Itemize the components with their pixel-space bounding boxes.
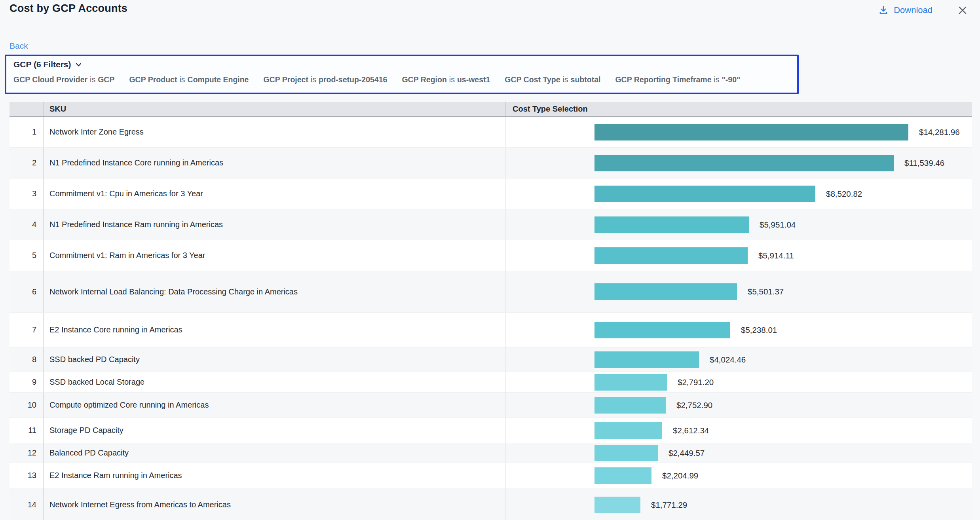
cost-bar[interactable] — [594, 497, 640, 513]
column-header-cost-type: Cost Type Selection — [506, 102, 972, 116]
cost-amount: $11,539.46 — [904, 158, 944, 168]
filter-value: prod-setup-205416 — [319, 75, 387, 84]
table-row[interactable]: 3 Commitment v1: Cpu in Americas for 3 Y… — [9, 178, 972, 209]
table-row[interactable]: 10 Compute optimized Core running in Ame… — [9, 393, 972, 418]
filter-operator: is — [90, 75, 95, 84]
cost-amount: $5,238.01 — [741, 325, 777, 335]
filter-summary-dropdown[interactable]: GCP (6 Filters) — [13, 60, 82, 69]
table-header: SKU Cost Type Selection — [9, 102, 972, 117]
filter-operator: is — [449, 75, 455, 84]
cost-bar[interactable] — [594, 351, 699, 368]
filter-field: GCP Project — [263, 75, 308, 84]
filter-item[interactable]: GCP Project is prod-setup-205416 — [263, 75, 387, 84]
bar-cell: $5,951.04 — [506, 209, 972, 240]
filter-item[interactable]: GCP Cloud Provider is GCP — [13, 75, 114, 84]
cost-bar[interactable] — [594, 374, 667, 391]
sku-cell: SSD backed Local Storage — [44, 372, 506, 392]
filter-operator: is — [311, 75, 316, 84]
filter-field: GCP Product — [129, 75, 177, 84]
table-row[interactable]: 4 N1 Predefined Instance Ram running in … — [9, 209, 972, 240]
bar-cell: $5,501.37 — [506, 271, 972, 312]
filter-item[interactable]: GCP Cost Type is subtotal — [505, 75, 600, 84]
filter-list: GCP Cloud Provider is GCP GCP Product is… — [13, 75, 797, 84]
filter-item[interactable]: GCP Product is Compute Engine — [129, 75, 249, 84]
row-number: 12 — [9, 443, 44, 463]
cost-bar[interactable] — [594, 155, 894, 171]
sku-cell: N1 Predefined Instance Ram running in Am… — [44, 209, 506, 240]
bar-cell: $14,281.96 — [506, 117, 972, 147]
close-button[interactable] — [957, 5, 968, 16]
filter-operator: is — [562, 75, 568, 84]
cost-bar[interactable] — [594, 467, 651, 484]
sku-cell: Network Inter Zone Egress — [44, 117, 506, 147]
table-row[interactable]: 9 SSD backed Local Storage $2,791.20 — [9, 372, 972, 393]
cost-bar[interactable] — [594, 124, 908, 140]
column-header-sku: SKU — [44, 102, 506, 116]
cost-bar[interactable] — [594, 397, 666, 414]
filter-field: GCP Region — [402, 75, 446, 84]
top-actions: Download — [878, 5, 968, 16]
download-button[interactable]: Download — [878, 5, 933, 15]
bar-cell: $5,238.01 — [506, 313, 972, 347]
cost-bar[interactable] — [594, 216, 749, 233]
filter-item[interactable]: GCP Reporting Timeframe is "-90" — [615, 75, 740, 84]
table-row[interactable]: 13 E2 Instance Ram running in Americas $… — [9, 463, 972, 488]
filter-value: GCP — [98, 75, 114, 84]
page-title: Cost by GCP Accounts — [9, 2, 127, 15]
cost-bar[interactable] — [594, 445, 658, 461]
filter-field: GCP Cloud Provider — [13, 75, 87, 84]
cost-amount: $14,281.96 — [919, 127, 960, 137]
cost-bar[interactable] — [594, 186, 815, 202]
table-row[interactable]: 8 SSD backed PD Capacity $4,024.46 — [9, 347, 972, 372]
cost-amount: $2,791.20 — [678, 378, 714, 387]
filter-operator: is — [714, 75, 720, 84]
table-row[interactable]: 2 N1 Predefined Instance Core running in… — [9, 148, 972, 178]
sku-cell: Commitment v1: Cpu in Americas for 3 Yea… — [44, 178, 506, 209]
bar-cell: $2,449.57 — [506, 443, 972, 463]
table-row[interactable]: 7 E2 Instance Core running in Americas $… — [9, 313, 972, 347]
sku-cell: Compute optimized Core running in Americ… — [44, 393, 506, 418]
row-number: 11 — [9, 418, 44, 443]
sku-cell: Network Internet Egress from Americas to… — [44, 488, 506, 520]
back-link[interactable]: Back — [9, 41, 28, 51]
bar-cell: $5,914.11 — [506, 240, 972, 271]
cost-amount: $2,752.90 — [676, 400, 712, 410]
filter-value: Compute Engine — [188, 75, 249, 84]
cost-bar[interactable] — [594, 247, 748, 264]
cost-bar[interactable] — [594, 322, 730, 338]
cost-bar[interactable] — [594, 283, 737, 300]
row-number: 14 — [9, 488, 44, 520]
cost-report-modal: { "header": { "title": "Cost by GCP Acco… — [0, 0, 980, 520]
table-row[interactable]: 12 Balanced PD Capacity $2,449.57 — [9, 443, 972, 463]
row-number: 4 — [9, 209, 44, 240]
filter-operator: is — [179, 75, 185, 84]
filter-value: us-west1 — [457, 75, 490, 84]
table-row[interactable]: 5 Commitment v1: Ram in Americas for 3 Y… — [9, 240, 972, 271]
table-row[interactable]: 6 Network Internal Load Balancing: Data … — [9, 271, 972, 313]
bar-cell: $2,791.20 — [506, 372, 972, 392]
bar-cell: $2,612.34 — [506, 418, 972, 443]
filter-item[interactable]: GCP Region is us-west1 — [402, 75, 490, 84]
cost-amount: $5,914.11 — [758, 251, 794, 260]
row-number: 9 — [9, 372, 44, 392]
table-row[interactable]: 1 Network Inter Zone Egress $14,281.96 — [9, 117, 972, 148]
table-row[interactable]: 14 Network Internet Egress from Americas… — [9, 488, 972, 520]
row-number: 7 — [9, 313, 44, 347]
chevron-down-icon — [75, 61, 82, 68]
cost-amount: $2,204.99 — [662, 471, 698, 480]
row-number: 8 — [9, 347, 44, 372]
sku-cell: E2 Instance Ram running in Americas — [44, 463, 506, 488]
row-number: 5 — [9, 240, 44, 271]
table-body: 1 Network Inter Zone Egress $14,281.96 2… — [9, 117, 972, 520]
cost-bar[interactable] — [594, 422, 662, 439]
bar-cell: $4,024.46 — [506, 347, 972, 372]
cost-table: SKU Cost Type Selection 1 Network Inter … — [9, 102, 972, 520]
sku-cell: N1 Predefined Instance Core running in A… — [44, 148, 506, 178]
filter-field: GCP Reporting Timeframe — [615, 75, 711, 84]
cost-amount: $4,024.46 — [710, 355, 746, 364]
row-number: 10 — [9, 393, 44, 418]
column-header-index — [9, 102, 44, 116]
bar-cell: $8,520.82 — [506, 178, 972, 209]
bar-cell: $2,752.90 — [506, 393, 972, 418]
table-row[interactable]: 11 Storage PD Capacity $2,612.34 — [9, 418, 972, 443]
